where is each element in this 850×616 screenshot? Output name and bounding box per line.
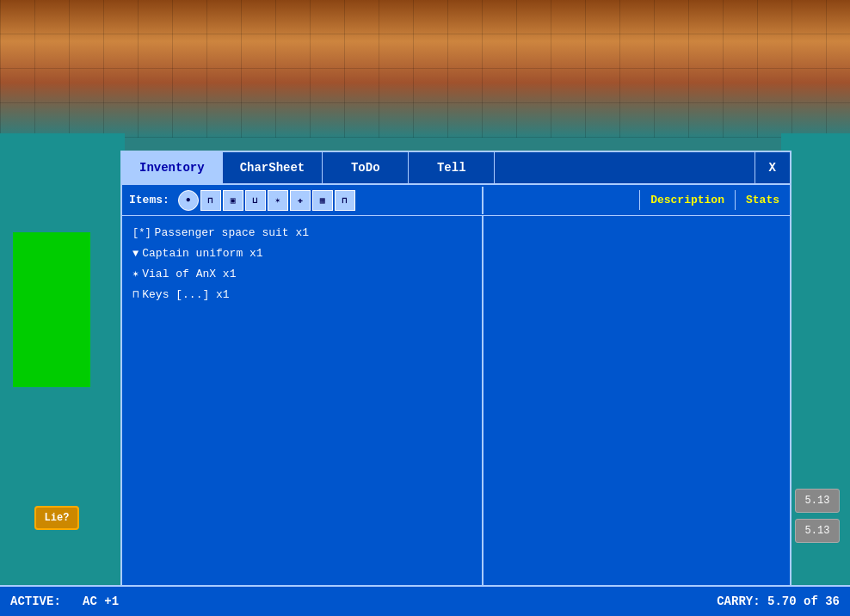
list-item[interactable]: [*] Passenger space suit x1 xyxy=(132,223,471,243)
items-label: Items: xyxy=(129,194,169,206)
green-panel xyxy=(13,232,90,387)
filter-clothing[interactable]: ⊔ xyxy=(245,190,266,211)
items-panel: [*] Passenger space suit x1 ▼ Captain un… xyxy=(122,216,484,596)
content-area: [*] Passenger space suit x1 ▼ Captain un… xyxy=(122,216,790,596)
filter-all[interactable]: ● xyxy=(178,190,199,211)
status-bar: ACTIVE: AC +1 CARRY: 5.70 of 36 xyxy=(0,585,850,616)
side-number-2: 5.13 xyxy=(795,519,840,543)
item-name-3: Keys [...] x1 xyxy=(142,285,229,305)
filter-armor[interactable]: ▣ xyxy=(223,190,243,211)
filter-key[interactable]: ⊓ xyxy=(335,190,355,211)
controls-row: Items: ● ⊓ ▣ ⊔ ✶ ✚ ▦ ⊓ Description Stats xyxy=(122,185,790,216)
close-button[interactable]: X xyxy=(755,152,790,183)
active-value: AC +1 xyxy=(83,594,119,608)
stats-tab[interactable]: Stats xyxy=(735,190,790,210)
background-top xyxy=(0,0,850,138)
item-name-0: Passenger space suit x1 xyxy=(155,223,309,243)
lie-button[interactable]: Lie? xyxy=(34,506,79,530)
active-label: ACTIVE: xyxy=(10,594,61,608)
list-item[interactable]: ✶ Vial of AnX x1 xyxy=(132,264,471,285)
items-list: [*] Passenger space suit x1 ▼ Captain un… xyxy=(122,216,482,596)
right-controls: Description Stats xyxy=(484,190,790,210)
tab-inventory[interactable]: Inventory xyxy=(122,152,223,183)
tab-todo[interactable]: ToDo xyxy=(323,152,409,183)
description-panel xyxy=(484,216,790,596)
background: Lie? 5.13 5.13 Inventory CharSheet ToDo … xyxy=(0,0,850,616)
inventory-window: Inventory CharSheet ToDo Tell X Items: ●… xyxy=(120,151,791,598)
item-name-1: Captain uniform x1 xyxy=(142,243,262,264)
item-icon-1: ▼ xyxy=(132,243,139,264)
description-tab[interactable]: Description xyxy=(639,190,735,210)
tab-charsheet[interactable]: CharSheet xyxy=(223,152,323,183)
filter-container[interactable]: ▦ xyxy=(312,190,333,211)
filter-misc[interactable]: ✶ xyxy=(268,190,288,211)
active-status: ACTIVE: AC +1 xyxy=(10,594,119,608)
item-name-2: Vial of AnX x1 xyxy=(142,264,236,285)
list-item[interactable]: ▼ Captain uniform x1 xyxy=(132,243,471,264)
item-icon-0: [*] xyxy=(132,223,151,243)
item-icon-2: ✶ xyxy=(132,264,139,285)
carry-status: CARRY: 5.70 of 36 xyxy=(717,594,840,608)
tab-bar: Inventory CharSheet ToDo Tell X xyxy=(122,152,790,185)
filter-tool[interactable]: ✚ xyxy=(290,190,311,211)
tab-tell[interactable]: Tell xyxy=(409,152,495,183)
list-item[interactable]: ⊓ Keys [...] x1 xyxy=(132,285,471,305)
left-controls: Items: ● ⊓ ▣ ⊔ ✶ ✚ ▦ ⊓ xyxy=(122,187,484,214)
background-right xyxy=(781,133,850,615)
side-number-1: 5.13 xyxy=(795,489,840,513)
filter-weapon[interactable]: ⊓ xyxy=(200,190,221,211)
item-icon-3: ⊓ xyxy=(132,285,139,305)
